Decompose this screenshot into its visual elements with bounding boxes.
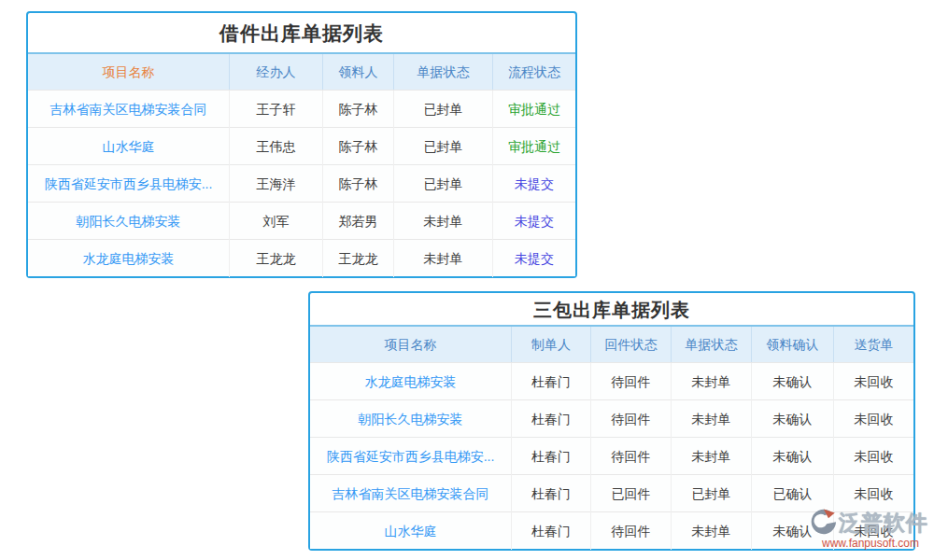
table-cell: 陈子林: [323, 91, 394, 128]
table-cell: 未提交: [493, 203, 575, 240]
column-header: 制单人: [512, 327, 591, 362]
column-header: 领料确认: [752, 327, 834, 362]
table-cell: 陈子林: [323, 165, 394, 203]
table-cell: 刘军: [230, 203, 323, 240]
column-header: 流程状态: [493, 54, 575, 90]
table-body: 水龙庭电梯安装杜春门待回件未封单未确认未回收朝阳长久电梯安装杜春门待回件未封单未…: [310, 362, 913, 549]
table-cell: 未回收: [834, 438, 913, 475]
table-row: 陕西省延安市西乡县电梯安...杜春门待回件未封单未确认未回收: [310, 437, 913, 474]
cell-project-name-link[interactable]: 陕西省延安市西乡县电梯安...: [28, 165, 230, 203]
table-cell: 郑若男: [323, 203, 394, 240]
table-cell: 杜春门: [512, 363, 591, 400]
table-cell: 已确认: [752, 475, 834, 512]
table-cell: 王龙龙: [323, 240, 394, 277]
table-cell: 杜春门: [512, 438, 591, 475]
table-cell: 未封单: [394, 203, 493, 240]
cell-project-name-link[interactable]: 水龙庭电梯安装: [28, 240, 230, 277]
column-header: 单据状态: [394, 54, 493, 90]
column-header: 项目名称: [28, 54, 230, 90]
table-cell: 王子轩: [230, 91, 323, 128]
table-cell: 未回收: [834, 512, 913, 550]
table-cell: 待回件: [591, 512, 672, 550]
panel-title: 三包出库单据列表: [310, 293, 913, 327]
table-cell: 王龙龙: [230, 240, 323, 277]
table-cell: 未提交: [493, 165, 575, 203]
panel-title: 借件出库单据列表: [28, 13, 575, 54]
table-cell: 未确认: [752, 512, 834, 550]
column-header: 回件状态: [591, 327, 672, 362]
table-cell: 未确认: [752, 400, 834, 438]
table-cell: 杜春门: [512, 475, 591, 512]
cell-project-name-link[interactable]: 吉林省南关区电梯安装合同: [310, 475, 512, 512]
table-cell: 陈子林: [323, 128, 394, 165]
table-cell: 未回收: [834, 363, 913, 400]
table-cell: 已封单: [394, 165, 493, 203]
table-cell: 未封单: [672, 438, 752, 475]
column-header: 项目名称: [310, 327, 512, 362]
table-cell: 未确认: [752, 438, 834, 475]
table-row: 朝阳长久电梯安装刘军郑若男未封单未提交: [28, 202, 575, 239]
table-cell: 杜春门: [512, 400, 591, 438]
cell-project-name-link[interactable]: 水龙庭电梯安装: [310, 363, 512, 400]
table-row: 吉林省南关区电梯安装合同杜春门已回件已封单已确认未回收: [310, 474, 913, 511]
table-body: 吉林省南关区电梯安装合同王子轩陈子林已封单审批通过山水华庭王伟忠陈子林已封单审批…: [28, 90, 575, 276]
column-header: 送货单: [834, 327, 913, 362]
column-header: 领料人: [323, 54, 394, 90]
table-cell: 未回收: [834, 475, 913, 512]
cell-project-name-link[interactable]: 朝阳长久电梯安装: [28, 203, 230, 240]
table-header-row: 项目名称经办人领料人单据状态流程状态: [28, 54, 575, 90]
table-cell: 王海洋: [230, 165, 323, 203]
table-cell: 待回件: [591, 438, 672, 475]
table-cell: 审批通过: [493, 128, 575, 165]
table-cell: 未回收: [834, 400, 913, 438]
table-cell: 杜春门: [512, 512, 591, 550]
table-row: 陕西省延安市西乡县电梯安...王海洋陈子林已封单未提交: [28, 164, 575, 202]
borrow-outbound-list-panel: 借件出库单据列表 项目名称经办人领料人单据状态流程状态 吉林省南关区电梯安装合同…: [26, 11, 577, 278]
cell-project-name-link[interactable]: 山水华庭: [310, 512, 512, 550]
table-cell: 未确认: [752, 363, 834, 400]
table-cell: 未封单: [394, 240, 493, 277]
cell-project-name-link[interactable]: 吉林省南关区电梯安装合同: [28, 91, 230, 128]
table-cell: 未提交: [493, 240, 575, 277]
table-cell: 未封单: [672, 512, 752, 550]
table-cell: 已封单: [394, 128, 493, 165]
table-cell: 审批通过: [493, 91, 575, 128]
cell-project-name-link[interactable]: 陕西省延安市西乡县电梯安...: [310, 438, 512, 475]
cell-project-name-link[interactable]: 朝阳长久电梯安装: [310, 400, 512, 438]
table-cell: 已回件: [591, 475, 672, 512]
table-row: 水龙庭电梯安装王龙龙王龙龙未封单未提交: [28, 239, 575, 276]
table-cell: 待回件: [591, 400, 672, 438]
table-cell: 待回件: [591, 363, 672, 400]
column-header: 单据状态: [672, 327, 752, 362]
table-cell: 未封单: [672, 363, 752, 400]
table-row: 朝阳长久电梯安装杜春门待回件未封单未确认未回收: [310, 399, 913, 437]
table-row: 山水华庭王伟忠陈子林已封单审批通过: [28, 127, 575, 164]
table-header-row: 项目名称制单人回件状态单据状态领料确认送货单: [310, 327, 913, 362]
table-cell: 未封单: [672, 400, 752, 438]
table-row: 吉林省南关区电梯安装合同王子轩陈子林已封单审批通过: [28, 90, 575, 127]
cell-project-name-link[interactable]: 山水华庭: [28, 128, 230, 165]
table-row: 水龙庭电梯安装杜春门待回件未封单未确认未回收: [310, 362, 913, 399]
table-cell: 王伟忠: [230, 128, 323, 165]
table-cell: 已封单: [672, 475, 752, 512]
table-row: 山水华庭杜春门待回件未封单未确认未回收: [310, 511, 913, 549]
table-cell: 已封单: [394, 91, 493, 128]
column-header: 经办人: [230, 54, 323, 90]
warranty-outbound-list-panel: 三包出库单据列表 项目名称制单人回件状态单据状态领料确认送货单 水龙庭电梯安装杜…: [308, 291, 915, 551]
